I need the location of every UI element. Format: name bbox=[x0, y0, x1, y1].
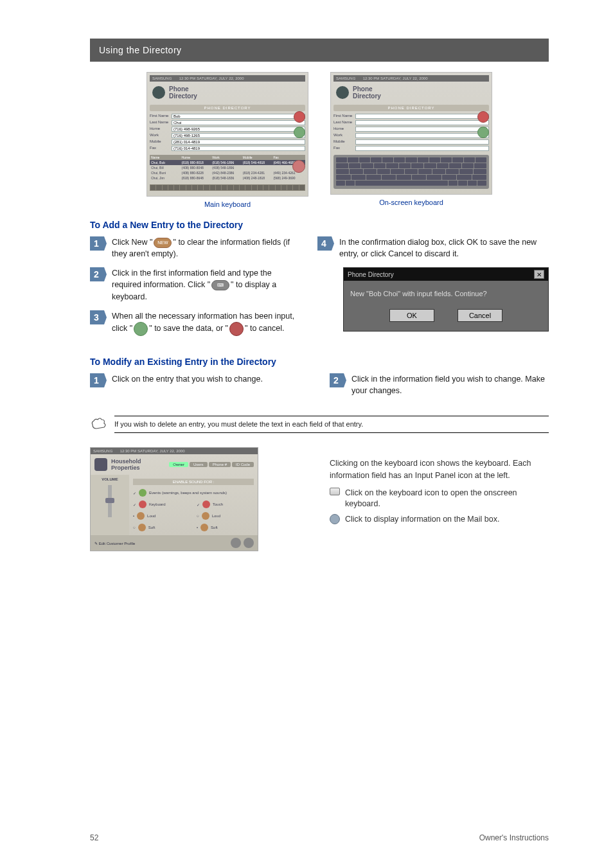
dialog-close-icon[interactable]: ✕ bbox=[534, 270, 544, 279]
step-number-1-icon: 1 bbox=[90, 236, 107, 251]
step-number-2b-icon: 2 bbox=[330, 373, 346, 387]
dialog-title: Phone Directory bbox=[348, 271, 394, 278]
svg-text:1: 1 bbox=[94, 238, 99, 249]
svg-text:4: 4 bbox=[321, 238, 326, 249]
mailbox-icon bbox=[330, 514, 340, 524]
rightcol-intro: Clicking on the keyboard icon shows the … bbox=[330, 457, 549, 481]
bullet-keyboard: Click on the keyboard icon to open the o… bbox=[330, 488, 549, 510]
step-number-4-icon: 4 bbox=[317, 236, 334, 251]
step-3: 3 When all the necessary information has… bbox=[90, 310, 297, 336]
footer-label: Owner's Instructions bbox=[479, 833, 549, 842]
step-3-text: When all the necessary information has b… bbox=[112, 312, 294, 333]
screenshot-row: SAMSUNG 12:30 PM SATURDAY, JULY 22, 2000… bbox=[90, 72, 549, 208]
svg-text:2: 2 bbox=[94, 269, 99, 279]
step-number-3-icon: 3 bbox=[90, 310, 107, 324]
step-1-text: Click New "NEW" to clear the information… bbox=[112, 238, 290, 258]
note-hand-icon bbox=[90, 416, 108, 433]
svg-text:1: 1 bbox=[94, 375, 99, 385]
mod-step-1-text: Click on the entry that you wish to chan… bbox=[112, 373, 309, 385]
screenshot-household-properties: SAMSUNG 12:30 PM SATURDAY, JULY 22, 2000… bbox=[90, 447, 258, 551]
dialog-cancel-button[interactable]: Cancel bbox=[458, 309, 502, 322]
caption-onscreen-keyboard: On-screen keyboard bbox=[330, 199, 492, 206]
screenshot-onscreen-keyboard: SAMSUNG 12:30 PM SATURDAY, JULY 22, 2000… bbox=[330, 72, 492, 208]
svg-text:3: 3 bbox=[94, 312, 99, 323]
page-number: 52 bbox=[90, 833, 98, 842]
section-title-add: To Add a New Entry to the Directory bbox=[90, 220, 549, 230]
mod-step-2-text: Click in the information field you wish … bbox=[351, 373, 549, 396]
step-2: 2 Click in the first information field a… bbox=[90, 267, 297, 302]
bullet-mailbox: Click to display information on the Mail… bbox=[330, 514, 549, 526]
mod-step-1: 1 Click on the entry that you wish to ch… bbox=[90, 373, 309, 387]
page-footer: 52 Owner's Instructions bbox=[0, 833, 613, 842]
caption-main-keyboard: Main keyboard bbox=[147, 200, 308, 208]
step-2-text: Click in the first information field and… bbox=[112, 269, 276, 301]
step-4-text: In the confirmation dialog box, click OK… bbox=[339, 236, 549, 260]
note-row: If you wish to delete an entry, you must… bbox=[90, 416, 549, 433]
mod-step-2: 2 Click in the information field you wis… bbox=[330, 373, 549, 396]
keyboard-icon bbox=[330, 488, 340, 495]
bullet-mailbox-text: Click to display information on the Mail… bbox=[345, 514, 499, 526]
step-number-1b-icon: 1 bbox=[90, 373, 107, 387]
cancel-icon bbox=[229, 322, 244, 336]
keyboard-toggle-icon: ⌨ bbox=[211, 280, 229, 290]
bullet-keyboard-text: Click on the keyboard icon to open the o… bbox=[345, 488, 549, 510]
step-1: 1 Click New "NEW" to clear the informati… bbox=[90, 236, 297, 260]
step-4: 4 In the confirmation dialog box, click … bbox=[317, 236, 549, 260]
svg-text:2: 2 bbox=[333, 375, 339, 385]
dialog-ok-button[interactable]: OK bbox=[389, 309, 434, 322]
section-title-modify: To Modify an Existing Entry in the Direc… bbox=[90, 357, 549, 367]
page-header: Using the Directory bbox=[90, 39, 549, 62]
confirmation-dialog: Phone Directory ✕ New "Bob Choi" with in… bbox=[343, 267, 549, 332]
save-icon bbox=[134, 322, 148, 336]
new-button-icon: NEW bbox=[154, 238, 172, 248]
note-text: If you wish to delete an entry, you must… bbox=[114, 416, 549, 433]
step-number-2-icon: 2 bbox=[90, 267, 107, 281]
screenshot-main-keyboard: SAMSUNG 12:30 PM SATURDAY, JULY 22, 2000… bbox=[147, 72, 308, 208]
dialog-message: New "Bob Choi" with input fields. Contin… bbox=[344, 281, 548, 303]
